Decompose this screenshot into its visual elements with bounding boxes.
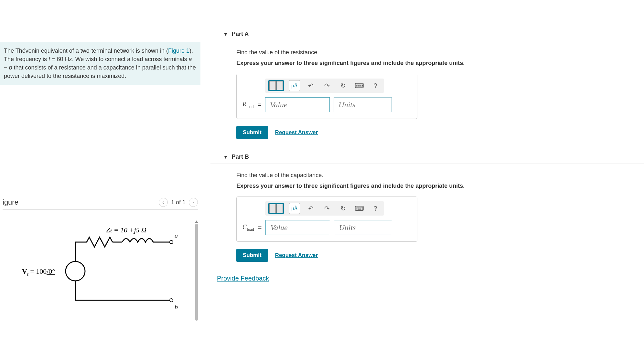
svg-point-8 bbox=[170, 299, 173, 302]
part-b-value-input[interactable] bbox=[265, 220, 330, 235]
part-a-body: Find the value of the resistance. Expres… bbox=[210, 41, 644, 119]
part-b-submit-button[interactable]: Submit bbox=[236, 249, 268, 262]
part-a-request-answer-link[interactable]: Request Answer bbox=[275, 129, 318, 136]
part-b-units-input[interactable] bbox=[334, 220, 392, 235]
part-b-instruction: Express your answer to three significant… bbox=[236, 183, 644, 189]
reset-icon[interactable]: ↻ bbox=[338, 203, 349, 214]
undo-icon[interactable]: ↶ bbox=[305, 80, 316, 91]
part-a-variable: Rload bbox=[242, 101, 254, 109]
terminal-b-label: b bbox=[175, 303, 178, 311]
equals-sign: = bbox=[258, 101, 262, 109]
terminal-a-label: a bbox=[175, 232, 178, 239]
svg-point-3 bbox=[170, 240, 173, 244]
caret-down-icon: ▼ bbox=[223, 154, 228, 160]
problem-text: − bbox=[4, 64, 9, 71]
part-a-title: Part A bbox=[232, 31, 249, 37]
part-b-prompt: Find the value of the capacitance. bbox=[236, 172, 644, 179]
figure-count: 1 of 1 bbox=[171, 199, 186, 206]
part-a-instruction: Express your answer to three significant… bbox=[236, 60, 644, 67]
next-figure-button[interactable]: › bbox=[189, 198, 198, 207]
scrollbar[interactable] bbox=[195, 224, 198, 321]
problem-text: = 60 Hz. We wish to connect a load acros… bbox=[50, 56, 188, 62]
term-b: b bbox=[9, 64, 12, 71]
figure-nav: ‹ 1 of 1 › bbox=[159, 198, 198, 207]
figure-panel: igure ‹ 1 of 1 › Zₜ = 10 +j5 Ω a bbox=[0, 198, 200, 321]
term-a: a bbox=[188, 56, 192, 62]
part-a-value-input[interactable] bbox=[265, 97, 330, 112]
units-picker-icon[interactable]: μÅ bbox=[289, 80, 300, 91]
provide-feedback-link[interactable]: Provide Feedback bbox=[217, 275, 269, 282]
units-picker-icon[interactable]: μÅ bbox=[289, 203, 300, 214]
part-a-prompt: Find the value of the resistance. bbox=[236, 49, 644, 56]
reset-icon[interactable]: ↻ bbox=[338, 80, 349, 91]
problem-text: The Thévenin equivalent of a two-termina… bbox=[4, 48, 168, 54]
part-b-request-answer-link[interactable]: Request Answer bbox=[275, 252, 318, 259]
help-icon[interactable]: ? bbox=[370, 80, 381, 91]
caret-down-icon: ▼ bbox=[223, 32, 228, 37]
svg-point-5 bbox=[66, 261, 85, 281]
undo-icon[interactable]: ↶ bbox=[305, 203, 316, 214]
answer-toolbar: μÅ ↶ ↷ ↻ ⌨ ? bbox=[265, 79, 384, 93]
part-b-answer-row: Cload = bbox=[242, 220, 411, 235]
part-a-submit-button[interactable]: Submit bbox=[236, 126, 268, 139]
left-column: The Thévenin equivalent of a two-termina… bbox=[0, 0, 200, 351]
figure-header: igure ‹ 1 of 1 › bbox=[3, 198, 198, 210]
template-icon[interactable] bbox=[268, 80, 284, 91]
circuit-diagram: Zₜ = 10 +j5 Ω a Vt = 100/0° b bbox=[3, 223, 198, 321]
part-a-units-input[interactable] bbox=[334, 97, 392, 112]
equals-sign: = bbox=[258, 224, 262, 231]
help-icon[interactable]: ? bbox=[370, 203, 381, 214]
part-b-title: Part B bbox=[232, 154, 249, 160]
part-b-variable: Cload bbox=[242, 223, 254, 232]
figure-link[interactable]: Figure 1 bbox=[168, 48, 189, 54]
problem-text: that consists of a resistance and a capa… bbox=[4, 64, 196, 79]
figure-title: igure bbox=[3, 198, 18, 207]
keyboard-icon[interactable]: ⌨ bbox=[354, 80, 365, 91]
answer-toolbar: μÅ ↶ ↷ ↻ ⌨ ? bbox=[265, 201, 384, 216]
part-a-header[interactable]: ▼ Part A bbox=[210, 26, 644, 41]
part-a-answer-row: Rload = bbox=[242, 97, 411, 112]
part-b-answer-box: μÅ ↶ ↷ ↻ ⌨ ? Cload = bbox=[236, 197, 417, 242]
problem-statement: The Thévenin equivalent of a two-termina… bbox=[0, 42, 200, 85]
keyboard-icon[interactable]: ⌨ bbox=[354, 203, 365, 214]
part-b-body: Find the value of the capacitance. Expre… bbox=[210, 164, 644, 242]
part-a-answer-box: μÅ ↶ ↷ ↻ ⌨ ? Rload = bbox=[236, 74, 417, 119]
template-icon[interactable] bbox=[268, 203, 284, 214]
part-b-submit-row: Submit Request Answer bbox=[210, 249, 644, 262]
right-column: ▼ Part A Find the value of the resistanc… bbox=[204, 0, 644, 351]
voltage-label: Vt = 100/0° bbox=[22, 267, 55, 277]
redo-icon[interactable]: ↷ bbox=[321, 80, 332, 91]
redo-icon[interactable]: ↷ bbox=[321, 203, 332, 214]
part-a-submit-row: Submit Request Answer bbox=[210, 126, 644, 139]
prev-figure-button[interactable]: ‹ bbox=[159, 198, 168, 207]
impedance-label: Zₜ = 10 +j5 Ω bbox=[106, 226, 146, 234]
part-b-header[interactable]: ▼ Part B bbox=[210, 149, 644, 164]
